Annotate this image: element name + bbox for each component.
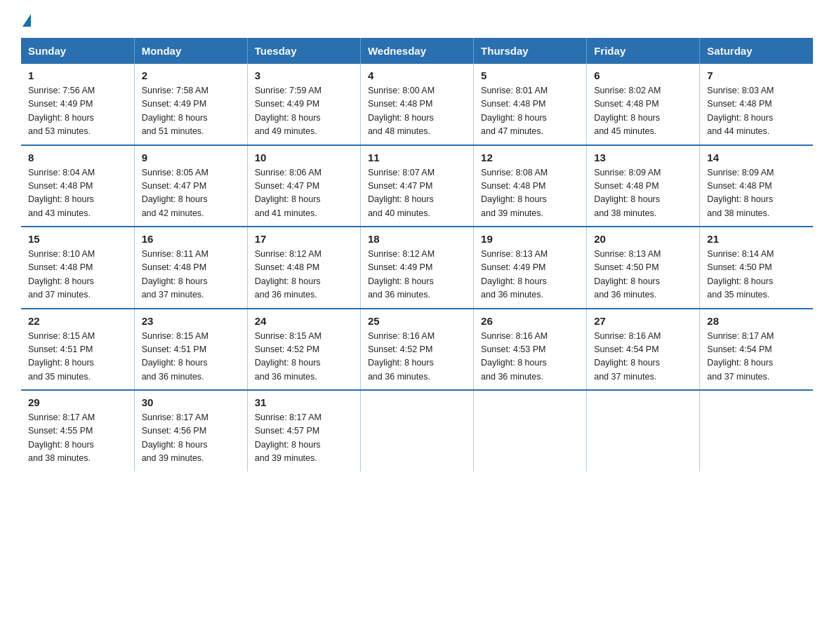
calendar-cell: 28Sunrise: 8:17 AM Sunset: 4:54 PM Dayli… xyxy=(700,309,813,391)
calendar-cell: 7Sunrise: 8:03 AM Sunset: 4:48 PM Daylig… xyxy=(700,64,813,145)
day-info: Sunrise: 8:13 AM Sunset: 4:50 PM Dayligh… xyxy=(594,248,692,302)
day-info: Sunrise: 7:59 AM Sunset: 4:49 PM Dayligh… xyxy=(255,84,353,139)
day-number: 25 xyxy=(368,315,466,327)
calendar-cell: 1Sunrise: 7:56 AM Sunset: 4:49 PM Daylig… xyxy=(21,64,134,145)
day-number: 19 xyxy=(481,233,579,245)
day-info: Sunrise: 8:09 AM Sunset: 4:48 PM Dayligh… xyxy=(707,166,806,221)
column-header-saturday: Saturday xyxy=(700,38,813,64)
calendar-cell: 6Sunrise: 8:02 AM Sunset: 4:48 PM Daylig… xyxy=(587,64,700,145)
calendar-week-row: 22Sunrise: 8:15 AM Sunset: 4:51 PM Dayli… xyxy=(21,309,813,391)
day-info: Sunrise: 7:56 AM Sunset: 4:49 PM Dayligh… xyxy=(28,84,127,139)
calendar-cell: 11Sunrise: 8:07 AM Sunset: 4:47 PM Dayli… xyxy=(360,145,473,227)
day-info: Sunrise: 8:11 AM Sunset: 4:48 PM Dayligh… xyxy=(142,248,240,302)
calendar-cell: 21Sunrise: 8:14 AM Sunset: 4:50 PM Dayli… xyxy=(700,227,813,309)
day-number: 1 xyxy=(28,69,127,81)
day-number: 13 xyxy=(594,152,692,163)
day-info: Sunrise: 8:16 AM Sunset: 4:53 PM Dayligh… xyxy=(481,330,579,384)
day-number: 23 xyxy=(142,315,240,327)
day-number: 27 xyxy=(594,315,692,327)
day-number: 22 xyxy=(28,315,127,327)
column-header-tuesday: Tuesday xyxy=(247,38,360,64)
day-info: Sunrise: 8:01 AM Sunset: 4:48 PM Dayligh… xyxy=(481,84,579,139)
day-number: 7 xyxy=(707,69,806,81)
day-number: 16 xyxy=(142,233,240,245)
day-number: 20 xyxy=(594,233,692,245)
calendar-cell xyxy=(474,390,587,471)
calendar-cell: 10Sunrise: 8:06 AM Sunset: 4:47 PM Dayli… xyxy=(247,145,360,227)
calendar-week-row: 15Sunrise: 8:10 AM Sunset: 4:48 PM Dayli… xyxy=(21,227,813,309)
calendar-cell: 12Sunrise: 8:08 AM Sunset: 4:48 PM Dayli… xyxy=(474,145,587,227)
calendar-cell: 29Sunrise: 8:17 AM Sunset: 4:55 PM Dayli… xyxy=(21,390,134,471)
day-number: 12 xyxy=(481,152,579,163)
day-number: 17 xyxy=(255,233,353,245)
calendar-cell: 24Sunrise: 8:15 AM Sunset: 4:52 PM Dayli… xyxy=(247,309,360,391)
calendar-cell: 15Sunrise: 8:10 AM Sunset: 4:48 PM Dayli… xyxy=(21,227,134,309)
calendar-cell: 25Sunrise: 8:16 AM Sunset: 4:52 PM Dayli… xyxy=(360,309,473,391)
day-number: 11 xyxy=(368,152,466,163)
calendar-cell: 4Sunrise: 8:00 AM Sunset: 4:48 PM Daylig… xyxy=(360,64,473,145)
column-header-thursday: Thursday xyxy=(474,38,587,64)
day-info: Sunrise: 8:12 AM Sunset: 4:49 PM Dayligh… xyxy=(368,248,466,302)
day-number: 18 xyxy=(368,233,466,245)
calendar-cell xyxy=(587,390,700,471)
day-info: Sunrise: 8:16 AM Sunset: 4:52 PM Dayligh… xyxy=(368,330,466,384)
day-info: Sunrise: 8:05 AM Sunset: 4:47 PM Dayligh… xyxy=(142,166,240,221)
calendar-cell: 9Sunrise: 8:05 AM Sunset: 4:47 PM Daylig… xyxy=(134,145,247,227)
day-info: Sunrise: 8:15 AM Sunset: 4:51 PM Dayligh… xyxy=(28,330,127,384)
day-number: 21 xyxy=(707,233,806,245)
day-info: Sunrise: 8:09 AM Sunset: 4:48 PM Dayligh… xyxy=(594,166,692,221)
calendar-cell: 5Sunrise: 8:01 AM Sunset: 4:48 PM Daylig… xyxy=(474,64,587,145)
day-info: Sunrise: 8:16 AM Sunset: 4:54 PM Dayligh… xyxy=(594,330,692,384)
day-info: Sunrise: 8:15 AM Sunset: 4:52 PM Dayligh… xyxy=(255,330,353,384)
calendar-cell: 27Sunrise: 8:16 AM Sunset: 4:54 PM Dayli… xyxy=(587,309,700,391)
calendar-cell: 2Sunrise: 7:58 AM Sunset: 4:49 PM Daylig… xyxy=(134,64,247,145)
calendar-cell: 8Sunrise: 8:04 AM Sunset: 4:48 PM Daylig… xyxy=(21,145,134,227)
calendar-cell: 13Sunrise: 8:09 AM Sunset: 4:48 PM Dayli… xyxy=(587,145,700,227)
column-header-friday: Friday xyxy=(587,38,700,64)
day-info: Sunrise: 8:14 AM Sunset: 4:50 PM Dayligh… xyxy=(707,248,806,302)
day-number: 31 xyxy=(255,396,353,408)
logo xyxy=(21,14,31,27)
day-info: Sunrise: 8:17 AM Sunset: 4:56 PM Dayligh… xyxy=(142,411,240,466)
day-number: 4 xyxy=(368,69,466,81)
day-info: Sunrise: 8:12 AM Sunset: 4:48 PM Dayligh… xyxy=(255,248,353,302)
column-header-sunday: Sunday xyxy=(21,38,134,64)
calendar-cell: 30Sunrise: 8:17 AM Sunset: 4:56 PM Dayli… xyxy=(134,390,247,471)
day-number: 28 xyxy=(707,315,806,327)
calendar-cell: 14Sunrise: 8:09 AM Sunset: 4:48 PM Dayli… xyxy=(700,145,813,227)
day-info: Sunrise: 7:58 AM Sunset: 4:49 PM Dayligh… xyxy=(142,84,240,139)
day-number: 3 xyxy=(255,69,353,81)
day-info: Sunrise: 8:04 AM Sunset: 4:48 PM Dayligh… xyxy=(28,166,127,221)
day-number: 29 xyxy=(28,396,127,408)
calendar-cell: 26Sunrise: 8:16 AM Sunset: 4:53 PM Dayli… xyxy=(474,309,587,391)
calendar-cell xyxy=(700,390,813,471)
day-info: Sunrise: 8:06 AM Sunset: 4:47 PM Dayligh… xyxy=(255,166,353,221)
calendar-cell xyxy=(360,390,473,471)
logo-triangle-icon xyxy=(22,14,31,27)
calendar-cell: 17Sunrise: 8:12 AM Sunset: 4:48 PM Dayli… xyxy=(247,227,360,309)
day-number: 14 xyxy=(707,152,806,163)
day-info: Sunrise: 8:13 AM Sunset: 4:49 PM Dayligh… xyxy=(481,248,579,302)
day-info: Sunrise: 8:15 AM Sunset: 4:51 PM Dayligh… xyxy=(142,330,240,384)
calendar-week-row: 29Sunrise: 8:17 AM Sunset: 4:55 PM Dayli… xyxy=(21,390,813,471)
calendar-header-row: SundayMondayTuesdayWednesdayThursdayFrid… xyxy=(21,38,813,64)
day-info: Sunrise: 8:08 AM Sunset: 4:48 PM Dayligh… xyxy=(481,166,579,221)
day-info: Sunrise: 8:17 AM Sunset: 4:57 PM Dayligh… xyxy=(255,411,353,466)
day-number: 5 xyxy=(481,69,579,81)
day-number: 24 xyxy=(255,315,353,327)
page-header xyxy=(21,14,813,27)
day-number: 6 xyxy=(594,69,692,81)
day-number: 15 xyxy=(28,233,127,245)
day-number: 30 xyxy=(142,396,240,408)
calendar-cell: 19Sunrise: 8:13 AM Sunset: 4:49 PM Dayli… xyxy=(474,227,587,309)
day-info: Sunrise: 8:00 AM Sunset: 4:48 PM Dayligh… xyxy=(368,84,466,139)
calendar-week-row: 8Sunrise: 8:04 AM Sunset: 4:48 PM Daylig… xyxy=(21,145,813,227)
calendar-week-row: 1Sunrise: 7:56 AM Sunset: 4:49 PM Daylig… xyxy=(21,64,813,145)
day-info: Sunrise: 8:10 AM Sunset: 4:48 PM Dayligh… xyxy=(28,248,127,302)
calendar-table: SundayMondayTuesdayWednesdayThursdayFrid… xyxy=(21,38,813,471)
calendar-cell: 20Sunrise: 8:13 AM Sunset: 4:50 PM Dayli… xyxy=(587,227,700,309)
day-info: Sunrise: 8:03 AM Sunset: 4:48 PM Dayligh… xyxy=(707,84,806,139)
calendar-cell: 18Sunrise: 8:12 AM Sunset: 4:49 PM Dayli… xyxy=(360,227,473,309)
day-number: 9 xyxy=(142,152,240,163)
calendar-cell: 3Sunrise: 7:59 AM Sunset: 4:49 PM Daylig… xyxy=(247,64,360,145)
